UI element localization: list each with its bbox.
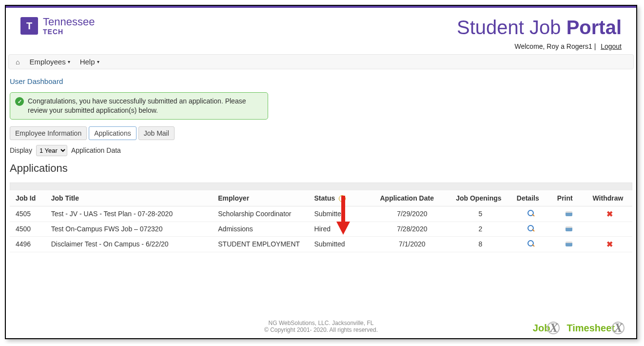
- withdraw-x-icon: ✖: [606, 240, 613, 248]
- magnifier-icon: [527, 210, 534, 217]
- table-row: 4500Test On-Campus FWS Job – 072320Admis…: [10, 222, 632, 236]
- timesheetx-logo: TimesheetX: [566, 322, 624, 334]
- printer-icon: [566, 242, 572, 246]
- nav-home[interactable]: ⌂: [16, 58, 20, 66]
- chevron-down-icon: ▾: [97, 59, 99, 64]
- welcome-sep: |: [592, 42, 598, 50]
- cell-employer: STUDENT EMPLOYMENT: [212, 236, 308, 252]
- col-details: Details: [511, 190, 551, 206]
- cell-job-id: 4505: [10, 206, 45, 222]
- timesheetx-x-icon: X: [612, 322, 624, 334]
- cell-job-title: Test On-Campus FWS Job – 072320: [45, 222, 213, 236]
- info-icon[interactable]: i: [339, 195, 346, 202]
- tab-employee-info[interactable]: Employee Information: [10, 126, 87, 140]
- table-row: 4496Disclaimer Test - On Campus - 6/22/2…: [10, 236, 632, 252]
- cell-details[interactable]: [511, 222, 551, 236]
- cell-status: Submitted: [309, 206, 374, 222]
- cell-withdraw[interactable]: ✖: [587, 206, 633, 222]
- cell-print[interactable]: [551, 236, 587, 252]
- cell-openings: 8: [450, 236, 511, 252]
- display-label-before: Display: [10, 146, 32, 154]
- col-openings[interactable]: Job Openings: [450, 190, 511, 206]
- chevron-down-icon: ▾: [68, 59, 70, 64]
- brand-sub: TECH: [43, 28, 95, 35]
- printer-icon: [566, 226, 572, 231]
- cell-employer: Scholarship Coordinator: [212, 206, 308, 222]
- table-header-row: Job Id Job Title Employer Status i Appli…: [10, 190, 632, 206]
- tabs: Employee Information Applications Job Ma…: [10, 126, 632, 140]
- cell-openings: 2: [450, 222, 511, 236]
- alert-text: Congratulations, you have successfully s…: [28, 97, 262, 115]
- nav-employees-label: Employees: [29, 58, 65, 66]
- welcome-username: Roy a Rogers1: [546, 42, 592, 50]
- cell-print[interactable]: [551, 206, 587, 222]
- brand-logo: T Tennessee TECH: [20, 17, 95, 35]
- table-row: 4505Test - JV - UAS - Test Plan - 07-28-…: [10, 206, 632, 222]
- breadcrumb[interactable]: User Dashboard: [6, 75, 636, 92]
- cell-job-id: 4500: [10, 222, 45, 236]
- applications-table-wrap: Job Id Job Title Employer Status i Appli…: [10, 183, 632, 252]
- nav-help-label: Help: [80, 58, 95, 66]
- cell-app-date: 7/28/2020: [374, 222, 450, 236]
- col-employer[interactable]: Employer: [212, 190, 308, 206]
- success-alert: ✓ Congratulations, you have successfully…: [10, 92, 268, 120]
- portal-title: Student Job Portal: [457, 17, 622, 39]
- magnifier-icon: [527, 240, 534, 247]
- col-app-date[interactable]: Application Date: [374, 190, 450, 206]
- footer-logos: JobX TimesheetX: [533, 322, 624, 334]
- display-label-after: Application Data: [71, 146, 121, 154]
- tab-job-mail[interactable]: Job Mail: [138, 126, 175, 140]
- cell-employer: Admissions: [212, 222, 308, 236]
- jobx-x-icon: X: [547, 322, 560, 334]
- portal-title-light: Student Job: [457, 17, 566, 38]
- portal-title-bold: Portal: [566, 17, 622, 38]
- nav-employees[interactable]: Employees ▾: [29, 58, 70, 66]
- col-print: Print: [551, 190, 587, 206]
- cell-job-id: 4496: [10, 236, 45, 252]
- cell-app-date: 7/1/2020: [374, 236, 450, 252]
- cell-withdraw[interactable]: ✖: [587, 236, 633, 252]
- welcome-row: Welcome, Roy a Rogers1 | Logout: [6, 41, 636, 54]
- cell-job-title: Test - JV - UAS - Test Plan - 07-28-2020: [45, 206, 213, 222]
- tab-applications[interactable]: Applications: [89, 126, 137, 140]
- col-withdraw: Withdraw: [587, 190, 633, 206]
- timesheetx-text: Timesheet: [566, 323, 615, 334]
- home-icon: ⌂: [16, 58, 20, 66]
- cell-job-title: Disclaimer Test - On Campus - 6/22/20: [45, 236, 213, 252]
- cell-status: Hired: [309, 222, 374, 236]
- welcome-prefix: Welcome,: [514, 42, 546, 50]
- brand-name: Tennessee: [43, 17, 95, 27]
- cell-details[interactable]: [511, 206, 551, 222]
- col-status[interactable]: Status i: [309, 190, 374, 206]
- cell-details[interactable]: [511, 236, 551, 252]
- printer-icon: [566, 211, 572, 216]
- nav-help[interactable]: Help ▾: [80, 58, 99, 66]
- brand-mark-icon: T: [20, 17, 38, 35]
- display-filter-row: Display 1 Year Application Data: [10, 145, 632, 156]
- cell-print[interactable]: [551, 222, 587, 236]
- cell-openings: 5: [450, 206, 511, 222]
- check-circle-icon: ✓: [15, 97, 24, 106]
- display-range-select[interactable]: 1 Year: [36, 145, 67, 156]
- jobx-logo: JobX: [533, 322, 560, 334]
- col-job-title[interactable]: Job Title: [45, 190, 213, 206]
- withdraw-x-icon: ✖: [606, 210, 613, 218]
- col-job-id[interactable]: Job Id: [10, 190, 45, 206]
- table-header-bar: [10, 183, 632, 190]
- main-nav: ⌂ Employees ▾ Help ▾: [8, 54, 634, 69]
- logout-link[interactable]: Logout: [601, 42, 622, 50]
- applications-table: Job Id Job Title Employer Status i Appli…: [10, 190, 632, 252]
- section-title: Applications: [10, 162, 632, 175]
- cell-app-date: 7/29/2020: [374, 206, 450, 222]
- cell-withdraw: [587, 222, 633, 236]
- magnifier-icon: [527, 225, 534, 232]
- col-status-label: Status: [314, 194, 335, 202]
- cell-status: Submitted: [309, 236, 374, 252]
